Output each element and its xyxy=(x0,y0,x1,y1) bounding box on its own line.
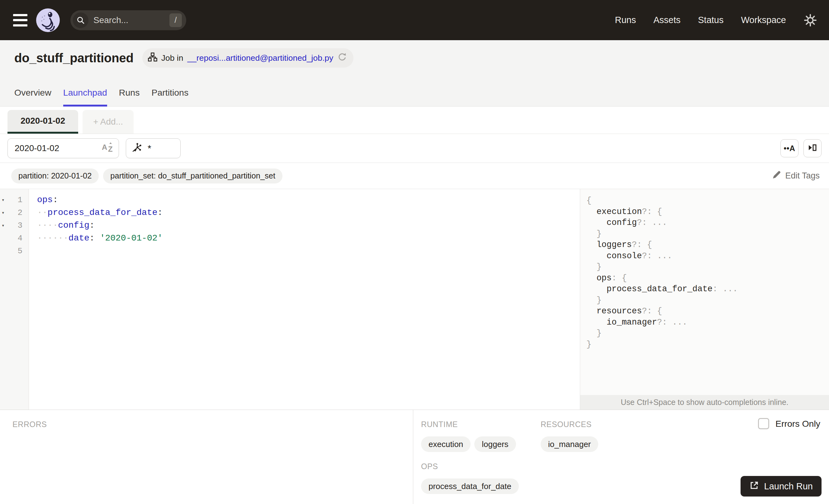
editor-gutter: ▾ 1 ▾ 2 ▾ 3 4 5 xyxy=(0,189,29,409)
schema-line: { xyxy=(586,195,829,207)
session-tab-row: 2020-01-02 + Add... xyxy=(0,107,829,134)
run-preview-pane: RUNTIME execution loggers OPS process_da… xyxy=(413,410,829,504)
line-number: 2 xyxy=(17,208,23,217)
op-selector-value: * xyxy=(148,143,151,153)
gutter-row: ▾ 1 xyxy=(0,193,29,206)
schema-line: loggers?: { xyxy=(586,240,829,251)
errors-only-checkbox[interactable] xyxy=(758,418,769,429)
launch-run-label: Launch Run xyxy=(764,481,813,492)
line-number: 5 xyxy=(17,246,23,256)
title-row: do_stuff_partitioned Job in __reposi...a… xyxy=(14,48,829,68)
edit-tags-button[interactable]: Edit Tags xyxy=(772,170,820,182)
errors-only-label: Errors Only xyxy=(776,419,820,429)
nav-link-assets[interactable]: Assets xyxy=(653,15,680,25)
schema-line: execution?: { xyxy=(586,207,829,218)
schema-line: config?: ... xyxy=(586,217,829,229)
schema-line: io_manager?: ... xyxy=(586,317,829,328)
nav-link-runs[interactable]: Runs xyxy=(615,15,636,25)
tab-runs[interactable]: Runs xyxy=(119,87,140,106)
page-title: do_stuff_partitioned xyxy=(14,51,134,65)
op-selector[interactable]: * xyxy=(126,138,181,158)
play-pane-icon xyxy=(807,143,818,154)
search-input[interactable] xyxy=(94,15,170,25)
yaml-editor-textarea[interactable]: ops: ··process_data_for_date: ····config… xyxy=(29,189,580,409)
schema-line: console?: ... xyxy=(586,251,829,262)
job-badge-prefix: Job in xyxy=(161,53,183,63)
errors-pane: ERRORS xyxy=(0,410,413,504)
code-line: ····config: xyxy=(37,219,580,232)
code-line xyxy=(37,245,580,257)
config-schema-panel: { execution?: { config?: ... } loggers?:… xyxy=(580,189,829,409)
dagster-logo[interactable] xyxy=(36,8,60,32)
reload-icon[interactable] xyxy=(337,52,347,64)
line-number: 4 xyxy=(17,233,23,243)
toggle-whitespace-button[interactable]: ••A xyxy=(781,139,798,157)
nav-link-workspace[interactable]: Workspace xyxy=(741,15,786,25)
fold-arrow-icon[interactable]: ▾ xyxy=(2,222,5,229)
search-shortcut-badge: / xyxy=(170,13,182,27)
sort-alphabetical-icon[interactable]: A Z xyxy=(101,141,114,155)
schema-line: } xyxy=(586,262,829,273)
partition-input[interactable] xyxy=(10,143,101,153)
gutter-row: ▾ 3 xyxy=(0,219,29,232)
launch-icon xyxy=(749,480,759,493)
tab-launchpad[interactable]: Launchpad xyxy=(63,87,107,106)
schema-line: process_data_for_date: ... xyxy=(586,284,829,295)
partition-picker: A Z xyxy=(7,138,119,158)
fold-arrow-icon[interactable]: ▾ xyxy=(2,210,5,216)
launch-run-button[interactable]: Launch Run xyxy=(741,476,822,497)
bottom-panel: ERRORS RUNTIME execution loggers OPS pro… xyxy=(0,409,829,504)
job-origin-badge: Job in __reposi...artitioned@partitioned… xyxy=(142,48,354,68)
tab-overview[interactable]: Overview xyxy=(14,87,51,106)
schema-line: ops: { xyxy=(586,273,829,284)
runtime-tag-loggers[interactable]: loggers xyxy=(474,436,516,452)
runtime-tag-execution[interactable]: execution xyxy=(421,436,471,452)
code-line: ······date: '2020-01-02' xyxy=(37,232,580,245)
job-graph-icon xyxy=(148,52,157,64)
autocomplete-hint: Use Ctrl+Space to show auto-completions … xyxy=(580,395,829,409)
job-tabs: Overview Launchpad Runs Partitions xyxy=(14,87,829,106)
ops-heading: OPS xyxy=(421,462,519,471)
config-bar: A Z xyxy=(0,134,829,163)
whitespace-icon: ••A xyxy=(784,144,795,153)
errors-heading: ERRORS xyxy=(12,420,413,429)
code-line: ··process_data_for_date: xyxy=(37,206,580,219)
schema-line: } xyxy=(586,339,829,351)
fold-arrow-icon[interactable]: ▾ xyxy=(2,197,5,203)
svg-text:A: A xyxy=(102,143,107,151)
config-editor: ▾ 1 ▾ 2 ▾ 3 4 5 ops: xyxy=(0,189,580,409)
nav-links: Runs Assets Status Workspace xyxy=(615,15,786,25)
launchpad-page: / Runs Assets Status Workspace do_stuff_… xyxy=(0,0,829,504)
gutter-row: 5 xyxy=(0,245,29,257)
tags-row: partition: 2020-01-02 partition_set: do_… xyxy=(0,163,829,189)
tag-partition-set: partition_set: do_stuff_partitioned_part… xyxy=(103,169,283,183)
errors-only-control: Errors Only xyxy=(758,418,820,429)
gutter-row: 4 xyxy=(0,232,29,245)
op-graph-icon xyxy=(132,142,143,155)
hamburger-menu-icon[interactable] xyxy=(13,14,27,27)
search-icon xyxy=(73,12,88,28)
job-origin-link[interactable]: __reposi...artitioned@partitioned_job.py xyxy=(187,53,333,63)
gear-icon[interactable] xyxy=(803,13,817,27)
tab-partitions[interactable]: Partitions xyxy=(151,87,188,106)
schema-line: } xyxy=(586,328,829,339)
resources-tag-io-manager[interactable]: io_manager xyxy=(541,436,598,452)
toggle-pane-button[interactable] xyxy=(803,139,822,157)
ops-column: OPS process_data_for_date xyxy=(421,462,519,494)
job-header: do_stuff_partitioned Job in __reposi...a… xyxy=(0,40,829,107)
edit-tags-label: Edit Tags xyxy=(785,171,820,181)
schema-line: resources?: { xyxy=(586,306,829,317)
tag-partition: partition: 2020-01-02 xyxy=(11,169,99,183)
runtime-heading: RUNTIME xyxy=(421,420,519,429)
ops-tag-process-data-for-date[interactable]: process_data_for_date xyxy=(421,478,519,494)
svg-text:Z: Z xyxy=(108,145,113,153)
session-tab-active[interactable]: 2020-01-02 xyxy=(7,110,78,134)
pencil-icon xyxy=(772,170,781,182)
nav-link-status[interactable]: Status xyxy=(698,15,723,25)
editor-region: ▾ 1 ▾ 2 ▾ 3 4 5 ops: xyxy=(0,189,829,409)
line-number: 1 xyxy=(17,195,23,205)
resources-heading: RESOURCES xyxy=(541,420,598,429)
add-session-tab[interactable]: + Add... xyxy=(82,110,134,134)
runtime-column: RUNTIME execution loggers OPS process_da… xyxy=(421,420,519,494)
global-search: / xyxy=(70,10,186,30)
